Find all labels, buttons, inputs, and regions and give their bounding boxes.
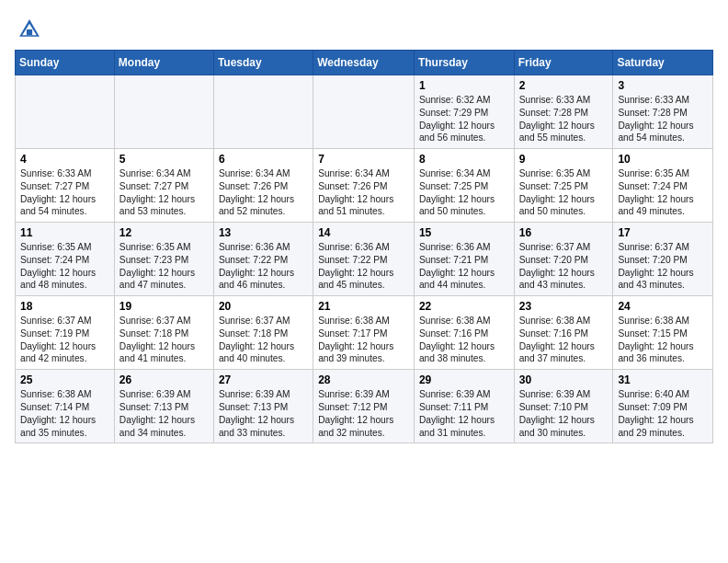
day-number: 7 bbox=[318, 153, 409, 166]
day-info: Sunrise: 6:38 AMSunset: 7:14 PMDaylight:… bbox=[20, 388, 109, 439]
day-cell: 21Sunrise: 6:38 AMSunset: 7:17 PMDayligh… bbox=[313, 296, 415, 370]
logo bbox=[17, 17, 46, 42]
day-info: Sunrise: 6:34 AMSunset: 7:27 PMDaylight:… bbox=[119, 167, 209, 218]
day-number: 26 bbox=[119, 373, 209, 386]
day-info: Sunrise: 6:34 AMSunset: 7:26 PMDaylight:… bbox=[318, 167, 409, 218]
day-cell: 30Sunrise: 6:39 AMSunset: 7:10 PMDayligh… bbox=[514, 370, 613, 443]
col-header-wednesday: Wednesday bbox=[313, 51, 415, 75]
day-number: 27 bbox=[219, 373, 308, 386]
day-info: Sunrise: 6:37 AMSunset: 7:20 PMDaylight:… bbox=[618, 241, 708, 292]
day-cell: 3Sunrise: 6:33 AMSunset: 7:28 PMDaylight… bbox=[613, 75, 713, 149]
day-number: 6 bbox=[219, 153, 308, 166]
day-cell: 15Sunrise: 6:36 AMSunset: 7:21 PMDayligh… bbox=[414, 223, 514, 296]
week-row-1: 1Sunrise: 6:32 AMSunset: 7:29 PMDaylight… bbox=[16, 75, 713, 149]
col-header-tuesday: Tuesday bbox=[213, 51, 313, 75]
day-info: Sunrise: 6:33 AMSunset: 7:27 PMDaylight:… bbox=[20, 167, 109, 218]
day-info: Sunrise: 6:37 AMSunset: 7:19 PMDaylight:… bbox=[20, 315, 109, 365]
day-info: Sunrise: 6:35 AMSunset: 7:24 PMDaylight:… bbox=[20, 241, 109, 292]
day-info: Sunrise: 6:39 AMSunset: 7:13 PMDaylight:… bbox=[119, 388, 209, 439]
day-cell: 9Sunrise: 6:35 AMSunset: 7:25 PMDaylight… bbox=[514, 149, 613, 223]
day-info: Sunrise: 6:32 AMSunset: 7:29 PMDaylight:… bbox=[419, 94, 509, 144]
day-info: Sunrise: 6:35 AMSunset: 7:23 PMDaylight:… bbox=[119, 241, 209, 292]
day-number: 22 bbox=[419, 300, 509, 313]
col-header-monday: Monday bbox=[114, 51, 213, 75]
day-cell: 16Sunrise: 6:37 AMSunset: 7:20 PMDayligh… bbox=[514, 223, 613, 296]
day-number: 4 bbox=[20, 153, 109, 166]
day-cell: 13Sunrise: 6:36 AMSunset: 7:22 PMDayligh… bbox=[213, 223, 313, 296]
day-number: 12 bbox=[119, 226, 209, 239]
day-number: 28 bbox=[318, 373, 409, 386]
day-cell: 25Sunrise: 6:38 AMSunset: 7:14 PMDayligh… bbox=[16, 370, 115, 443]
calendar-page: SundayMondayTuesdayWednesdayThursdayFrid… bbox=[0, 0, 728, 563]
day-number: 29 bbox=[419, 373, 509, 386]
day-info: Sunrise: 6:35 AMSunset: 7:24 PMDaylight:… bbox=[618, 167, 708, 218]
day-info: Sunrise: 6:39 AMSunset: 7:12 PMDaylight:… bbox=[318, 388, 409, 439]
day-cell: 28Sunrise: 6:39 AMSunset: 7:12 PMDayligh… bbox=[313, 370, 415, 443]
day-info: Sunrise: 6:38 AMSunset: 7:17 PMDaylight:… bbox=[318, 315, 409, 365]
day-info: Sunrise: 6:38 AMSunset: 7:16 PMDaylight:… bbox=[519, 315, 609, 365]
day-cell: 14Sunrise: 6:36 AMSunset: 7:22 PMDayligh… bbox=[313, 223, 415, 296]
col-header-friday: Friday bbox=[514, 51, 613, 75]
day-info: Sunrise: 6:36 AMSunset: 7:21 PMDaylight:… bbox=[419, 241, 509, 292]
day-number: 20 bbox=[219, 300, 308, 313]
day-number: 11 bbox=[20, 226, 109, 239]
header-row: SundayMondayTuesdayWednesdayThursdayFrid… bbox=[16, 51, 713, 75]
day-cell: 4Sunrise: 6:33 AMSunset: 7:27 PMDaylight… bbox=[16, 149, 115, 223]
day-cell: 20Sunrise: 6:37 AMSunset: 7:18 PMDayligh… bbox=[213, 296, 313, 370]
col-header-sunday: Sunday bbox=[16, 51, 115, 75]
week-row-5: 25Sunrise: 6:38 AMSunset: 7:14 PMDayligh… bbox=[16, 370, 713, 443]
day-cell: 22Sunrise: 6:38 AMSunset: 7:16 PMDayligh… bbox=[414, 296, 514, 370]
day-cell: 31Sunrise: 6:40 AMSunset: 7:09 PMDayligh… bbox=[613, 370, 713, 443]
day-info: Sunrise: 6:34 AMSunset: 7:25 PMDaylight:… bbox=[419, 167, 509, 218]
day-number: 18 bbox=[20, 300, 109, 313]
day-number: 15 bbox=[419, 226, 509, 239]
day-number: 25 bbox=[20, 373, 109, 386]
day-cell: 5Sunrise: 6:34 AMSunset: 7:27 PMDaylight… bbox=[114, 149, 213, 223]
col-header-saturday: Saturday bbox=[613, 51, 713, 75]
day-cell bbox=[313, 75, 415, 149]
day-cell: 12Sunrise: 6:35 AMSunset: 7:23 PMDayligh… bbox=[114, 223, 213, 296]
week-row-2: 4Sunrise: 6:33 AMSunset: 7:27 PMDaylight… bbox=[16, 149, 713, 223]
day-cell: 24Sunrise: 6:38 AMSunset: 7:15 PMDayligh… bbox=[613, 296, 713, 370]
day-number: 3 bbox=[618, 79, 708, 92]
day-cell bbox=[213, 75, 313, 149]
day-number: 19 bbox=[119, 300, 209, 313]
day-number: 14 bbox=[318, 226, 409, 239]
day-number: 8 bbox=[419, 153, 509, 166]
day-info: Sunrise: 6:33 AMSunset: 7:28 PMDaylight:… bbox=[519, 94, 609, 144]
day-number: 23 bbox=[519, 300, 609, 313]
week-row-4: 18Sunrise: 6:37 AMSunset: 7:19 PMDayligh… bbox=[16, 296, 713, 370]
day-info: Sunrise: 6:38 AMSunset: 7:16 PMDaylight:… bbox=[419, 315, 509, 365]
day-cell bbox=[114, 75, 213, 149]
day-cell bbox=[16, 75, 115, 149]
svg-rect-2 bbox=[27, 29, 32, 35]
day-info: Sunrise: 6:37 AMSunset: 7:18 PMDaylight:… bbox=[119, 315, 209, 365]
day-info: Sunrise: 6:40 AMSunset: 7:09 PMDaylight:… bbox=[618, 388, 708, 439]
day-info: Sunrise: 6:38 AMSunset: 7:15 PMDaylight:… bbox=[618, 315, 708, 365]
logo-icon bbox=[17, 17, 42, 42]
day-cell: 8Sunrise: 6:34 AMSunset: 7:25 PMDaylight… bbox=[414, 149, 514, 223]
day-cell: 27Sunrise: 6:39 AMSunset: 7:13 PMDayligh… bbox=[213, 370, 313, 443]
day-number: 2 bbox=[519, 79, 609, 92]
day-number: 16 bbox=[519, 226, 609, 239]
day-number: 24 bbox=[618, 300, 708, 313]
day-number: 21 bbox=[318, 300, 409, 313]
day-number: 13 bbox=[219, 226, 308, 239]
day-number: 9 bbox=[519, 153, 609, 166]
day-cell: 10Sunrise: 6:35 AMSunset: 7:24 PMDayligh… bbox=[613, 149, 713, 223]
day-info: Sunrise: 6:36 AMSunset: 7:22 PMDaylight:… bbox=[219, 241, 308, 292]
day-cell: 26Sunrise: 6:39 AMSunset: 7:13 PMDayligh… bbox=[114, 370, 213, 443]
day-number: 17 bbox=[618, 226, 708, 239]
header bbox=[0, 0, 728, 50]
day-cell: 6Sunrise: 6:34 AMSunset: 7:26 PMDaylight… bbox=[213, 149, 313, 223]
day-info: Sunrise: 6:39 AMSunset: 7:10 PMDaylight:… bbox=[519, 388, 609, 439]
calendar-header: SundayMondayTuesdayWednesdayThursdayFrid… bbox=[16, 51, 713, 75]
day-number: 1 bbox=[419, 79, 509, 92]
day-cell: 17Sunrise: 6:37 AMSunset: 7:20 PMDayligh… bbox=[613, 223, 713, 296]
day-cell: 1Sunrise: 6:32 AMSunset: 7:29 PMDaylight… bbox=[414, 75, 514, 149]
day-info: Sunrise: 6:36 AMSunset: 7:22 PMDaylight:… bbox=[318, 241, 409, 292]
day-cell: 7Sunrise: 6:34 AMSunset: 7:26 PMDaylight… bbox=[313, 149, 415, 223]
day-number: 5 bbox=[119, 153, 209, 166]
calendar-table: SundayMondayTuesdayWednesdayThursdayFrid… bbox=[15, 50, 713, 443]
week-row-3: 11Sunrise: 6:35 AMSunset: 7:24 PMDayligh… bbox=[16, 223, 713, 296]
